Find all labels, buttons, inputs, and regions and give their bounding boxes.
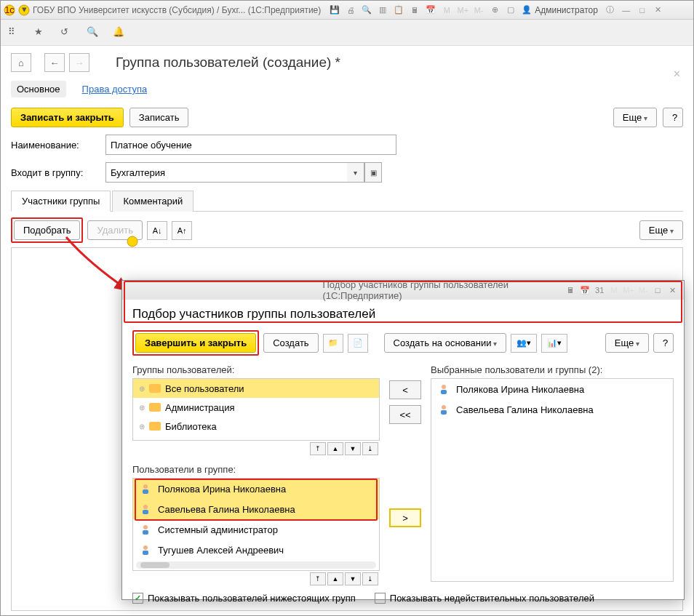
list-item[interactable]: Системный администратор bbox=[133, 519, 379, 540]
checkbox-sublevels[interactable]: ✓ bbox=[132, 593, 143, 604]
minimize-icon[interactable]: — bbox=[619, 3, 634, 17]
finish-highlight: Завершить и закрыть bbox=[132, 330, 259, 356]
mplus-icon[interactable]: M+ bbox=[455, 3, 470, 17]
tree-row[interactable]: ⊕Все пользователи bbox=[133, 379, 379, 398]
nav-down-icon[interactable]: ▼ bbox=[345, 442, 361, 455]
nav-up-icon[interactable]: ▲ bbox=[327, 572, 343, 585]
nav-first-icon[interactable]: ⤒ bbox=[310, 442, 326, 455]
dlg-more-button[interactable]: Еще bbox=[605, 333, 649, 353]
panels-icon[interactable]: ▢ bbox=[503, 3, 518, 17]
dlg-calc-icon[interactable]: 🖩 bbox=[564, 283, 577, 297]
calc-icon[interactable]: 🖩 bbox=[407, 3, 422, 17]
svg-point-10 bbox=[143, 505, 148, 509]
combo-dropdown-icon[interactable]: ▾ bbox=[347, 162, 364, 183]
dlg-date-icon[interactable]: 31 bbox=[593, 283, 606, 297]
save-close-button[interactable]: Записать и закрыть bbox=[11, 108, 124, 127]
expand-icon[interactable]: ⊕ bbox=[139, 423, 145, 431]
list-item[interactable]: Полякова Ирина Николаевна bbox=[133, 479, 379, 499]
group-input[interactable] bbox=[105, 162, 347, 183]
scrollbar-thumb[interactable] bbox=[140, 562, 169, 568]
dlg-calendar-icon[interactable]: 📅 bbox=[578, 283, 591, 297]
pick-button[interactable]: Подобрать bbox=[14, 220, 80, 240]
users-btn-icon[interactable]: 👥▾ bbox=[511, 334, 537, 353]
folder-add-icon[interactable]: 📁 bbox=[323, 334, 343, 353]
forward-button[interactable]: → bbox=[69, 53, 89, 72]
help-button[interactable]: ? bbox=[663, 108, 683, 127]
app-logo-icon: 1c bbox=[4, 4, 15, 16]
list-item[interactable]: Полякова Ирина Николаевна bbox=[431, 379, 673, 399]
list-item[interactable]: Савельева Галина Николаевна bbox=[133, 499, 379, 519]
tab-members[interactable]: Участники группы bbox=[11, 191, 111, 212]
compare-icon[interactable]: ▥ bbox=[375, 3, 390, 17]
person-icon bbox=[140, 524, 151, 535]
search-icon[interactable]: 🔍 bbox=[87, 26, 100, 39]
more-button[interactable]: Еще bbox=[613, 108, 657, 127]
create-based-button[interactable]: Создать на основании bbox=[384, 333, 507, 353]
preview-icon[interactable]: 🔍 bbox=[359, 3, 374, 17]
clipboard-icon[interactable]: 📋 bbox=[391, 3, 406, 17]
users-nav: ⤒ ▲ ▼ ⤓ bbox=[132, 571, 380, 587]
tree-row[interactable]: ⊕Администрация bbox=[133, 398, 379, 417]
create-button[interactable]: Создать bbox=[263, 333, 318, 353]
tab-main[interactable]: Основное bbox=[11, 81, 66, 97]
zoom-icon[interactable]: ⊕ bbox=[487, 3, 502, 17]
members-more-button[interactable]: Еще bbox=[639, 220, 683, 240]
user-icon[interactable]: 👤 bbox=[519, 3, 534, 17]
star-icon[interactable]: ★ bbox=[34, 26, 47, 39]
checkbox-inactive[interactable] bbox=[375, 593, 386, 604]
groups-tree[interactable]: ⊕Все пользователи ⊕Администрация ⊕Библио… bbox=[132, 378, 380, 441]
remove-all-button[interactable]: << bbox=[389, 405, 421, 424]
scrollbar[interactable] bbox=[136, 561, 376, 569]
maximize-icon[interactable]: □ bbox=[635, 3, 650, 17]
tab-rights[interactable]: Права доступа bbox=[76, 81, 153, 97]
print-icon[interactable]: 🖨 bbox=[343, 3, 358, 17]
m-icon[interactable]: M bbox=[439, 3, 454, 17]
history-icon[interactable]: ↺ bbox=[60, 26, 73, 39]
expand-icon[interactable]: ⊕ bbox=[139, 404, 145, 412]
nav-first-icon[interactable]: ⤒ bbox=[310, 572, 326, 585]
dropdown-icon[interactable]: ▾ bbox=[18, 4, 30, 16]
home-button[interactable]: ⌂ bbox=[11, 53, 31, 72]
tab-comment[interactable]: Комментарий bbox=[112, 191, 194, 212]
dlg-maximize-icon[interactable]: □ bbox=[651, 283, 664, 297]
page-tabs: Основное Права доступа bbox=[11, 81, 683, 97]
save-icon[interactable]: 💾 bbox=[327, 3, 342, 17]
mminus-icon[interactable]: M- bbox=[471, 3, 486, 17]
nav-last-icon[interactable]: ⤓ bbox=[362, 442, 378, 455]
copy-icon: 📄 bbox=[348, 334, 368, 353]
dlg-close-icon[interactable]: ✕ bbox=[666, 283, 679, 297]
name-input[interactable] bbox=[105, 135, 396, 155]
nav-up-icon[interactable]: ▲ bbox=[327, 442, 343, 455]
list-item[interactable]: Тугушев Алексей Андреевич bbox=[133, 540, 379, 560]
dlg-m-icon: M bbox=[607, 283, 621, 297]
add-one-button[interactable]: > bbox=[389, 508, 421, 527]
save-button[interactable]: Записать bbox=[129, 108, 189, 127]
close-icon[interactable]: ✕ bbox=[651, 3, 666, 17]
info-icon[interactable]: ⓘ bbox=[603, 3, 618, 17]
dlg-help-button[interactable]: ? bbox=[653, 333, 674, 353]
calendar-icon[interactable]: 📅 bbox=[423, 3, 438, 17]
nav-row: ⌂ ← → Группа пользователей (создание) * bbox=[11, 53, 683, 72]
tree-row[interactable]: ⊕Библиотека bbox=[133, 417, 379, 436]
report-btn-icon[interactable]: 📊▾ bbox=[541, 334, 567, 353]
nav-last-icon[interactable]: ⤓ bbox=[362, 572, 378, 585]
selected-list[interactable]: Полякова Ирина Николаевна Савельева Гали… bbox=[431, 378, 674, 582]
remove-one-button[interactable]: < bbox=[389, 380, 421, 399]
dialog-titlebar: Подбор участников группы пользователей (… bbox=[122, 281, 684, 300]
tree-label: Библиотека bbox=[165, 421, 217, 432]
app-title: ГОБУ ВПО Университет искусств (Субсидия)… bbox=[33, 5, 321, 15]
nav-down-icon[interactable]: ▼ bbox=[345, 572, 361, 585]
user-name[interactable]: Администратор bbox=[535, 5, 598, 15]
back-button[interactable]: ← bbox=[44, 53, 65, 72]
dlg-mp-icon: M+ bbox=[622, 283, 635, 297]
combo-open-icon[interactable]: ▣ bbox=[364, 162, 382, 183]
expand-icon[interactable]: ⊕ bbox=[139, 385, 145, 393]
finish-button[interactable]: Завершить и закрыть bbox=[135, 333, 256, 353]
svg-point-8 bbox=[143, 484, 148, 489]
bell-icon[interactable]: 🔔 bbox=[113, 26, 126, 39]
list-item[interactable]: Савельева Галина Николаевна bbox=[431, 399, 673, 420]
users-list[interactable]: Полякова Ирина Николаевна Савельева Гали… bbox=[132, 478, 380, 571]
apps-icon[interactable]: ⠿ bbox=[8, 26, 21, 39]
pick-dialog: Подбор участников группы пользователей (… bbox=[121, 280, 685, 600]
page-close-icon[interactable]: × bbox=[674, 68, 680, 81]
